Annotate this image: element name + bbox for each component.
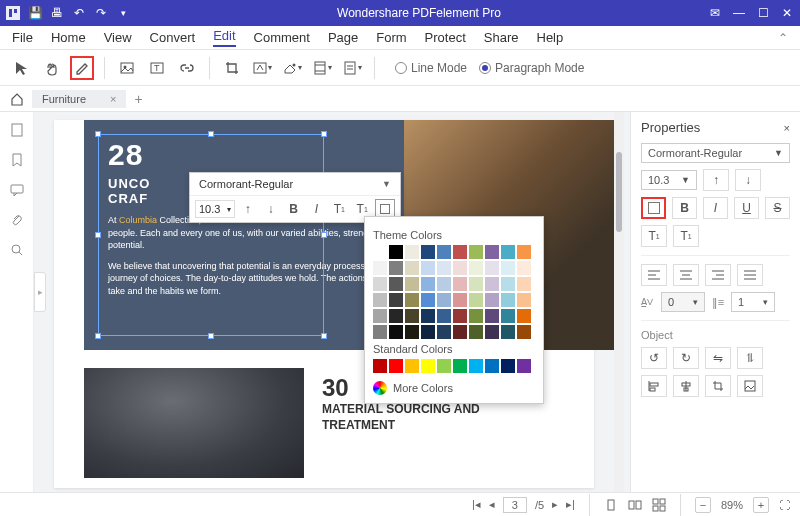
print-icon[interactable]: 🖶 (50, 6, 64, 20)
zoom-out-icon[interactable]: − (695, 497, 711, 513)
background-icon[interactable]: ▾ (280, 56, 304, 80)
expand-sidebar-handle[interactable]: ▸ (34, 272, 46, 312)
obj-crop-icon[interactable] (705, 375, 731, 397)
zoom-in-icon[interactable]: + (753, 497, 769, 513)
canvas-vertical-scrollbar[interactable] (614, 112, 624, 492)
rotate-left-icon[interactable]: ↺ (641, 347, 667, 369)
color-swatch[interactable] (389, 309, 403, 323)
flip-vertical-icon[interactable]: ⥮ (737, 347, 763, 369)
color-swatch[interactable] (501, 261, 515, 275)
menu-share[interactable]: Share (484, 30, 519, 45)
color-swatch[interactable] (389, 261, 403, 275)
color-swatch[interactable] (421, 359, 435, 373)
link-icon[interactable] (175, 56, 199, 80)
menu-edit[interactable]: Edit (213, 28, 235, 47)
thumbnails-icon[interactable] (9, 122, 25, 138)
bold-icon[interactable]: B (284, 199, 304, 219)
align-center-icon[interactable] (673, 264, 699, 286)
color-swatch[interactable] (437, 245, 451, 259)
tab-close-icon[interactable]: × (110, 93, 116, 105)
current-page-input[interactable]: 3 (503, 497, 527, 513)
prop-superscript-icon[interactable]: T1 (641, 225, 667, 247)
minimize-icon[interactable]: ― (732, 6, 746, 20)
color-swatch[interactable] (485, 277, 499, 291)
color-swatch[interactable] (453, 277, 467, 291)
color-swatch[interactable] (405, 261, 419, 275)
flip-horizontal-icon[interactable]: ⇋ (705, 347, 731, 369)
color-swatch[interactable] (405, 277, 419, 291)
view-two-page-icon[interactable] (628, 498, 642, 512)
color-swatch[interactable] (501, 293, 515, 307)
color-swatch[interactable] (437, 277, 451, 291)
color-swatch[interactable] (437, 261, 451, 275)
italic-icon[interactable]: I (306, 199, 326, 219)
add-image-icon[interactable] (115, 56, 139, 80)
undo-icon[interactable]: ↶ (72, 6, 86, 20)
color-swatch[interactable] (453, 293, 467, 307)
prop-font-family-select[interactable]: Cormorant-Regular▼ (641, 143, 790, 163)
obj-align-left-icon[interactable] (641, 375, 667, 397)
color-swatch[interactable] (421, 261, 435, 275)
color-swatch[interactable] (501, 277, 515, 291)
color-swatch[interactable] (405, 309, 419, 323)
color-swatch[interactable] (453, 245, 467, 259)
color-swatch[interactable] (389, 245, 403, 259)
superscript-icon[interactable]: T1 (329, 199, 349, 219)
add-text-icon[interactable]: T (145, 56, 169, 80)
menu-help[interactable]: Help (537, 30, 564, 45)
rotate-right-icon[interactable]: ↻ (673, 347, 699, 369)
color-swatch[interactable] (517, 293, 531, 307)
properties-close-icon[interactable]: × (784, 122, 790, 134)
color-swatch[interactable] (437, 359, 451, 373)
fullscreen-icon[interactable]: ⛶ (779, 499, 790, 511)
color-swatch[interactable] (485, 293, 499, 307)
search-panel-icon[interactable] (9, 242, 25, 258)
color-swatch[interactable] (373, 325, 387, 339)
align-justify-icon[interactable] (737, 264, 763, 286)
color-swatch[interactable] (421, 277, 435, 291)
color-swatch[interactable] (485, 261, 499, 275)
color-swatch[interactable] (469, 325, 483, 339)
color-swatch[interactable] (437, 293, 451, 307)
menu-file[interactable]: File (12, 30, 33, 45)
color-swatch[interactable] (437, 309, 451, 323)
view-single-icon[interactable] (604, 498, 618, 512)
obj-replace-image-icon[interactable] (737, 375, 763, 397)
attachments-icon[interactable] (9, 212, 25, 228)
prop-underline-icon[interactable]: U (734, 197, 759, 219)
color-swatch[interactable] (453, 261, 467, 275)
menu-comment[interactable]: Comment (254, 30, 310, 45)
color-swatch[interactable] (501, 245, 515, 259)
color-swatch[interactable] (485, 245, 499, 259)
line-spacing-input[interactable]: 1▾ (731, 292, 775, 312)
align-right-icon[interactable] (705, 264, 731, 286)
increase-font-icon[interactable]: ↑ (238, 199, 258, 219)
color-swatch[interactable] (405, 359, 419, 373)
prop-decrease-font-icon[interactable]: ↓ (735, 169, 761, 191)
prop-font-size-select[interactable]: 10.3▼ (641, 170, 697, 190)
prop-increase-font-icon[interactable]: ↑ (703, 169, 729, 191)
color-swatch[interactable] (421, 309, 435, 323)
color-swatch[interactable] (373, 261, 387, 275)
select-tool-icon[interactable] (10, 56, 34, 80)
color-swatch[interactable] (469, 359, 483, 373)
comments-icon[interactable] (9, 182, 25, 198)
close-icon[interactable]: ✕ (780, 6, 794, 20)
color-swatch[interactable] (453, 359, 467, 373)
color-swatch[interactable] (485, 309, 499, 323)
canvas-area[interactable]: ▸ 28 UNCO CRAF At Columbia Collective, w… (34, 112, 630, 492)
color-swatch[interactable] (389, 359, 403, 373)
color-swatch[interactable] (469, 277, 483, 291)
color-swatch[interactable] (421, 325, 435, 339)
hand-tool-icon[interactable] (40, 56, 64, 80)
titlebar-more-icon[interactable]: ▾ (116, 6, 130, 20)
color-swatch[interactable] (421, 293, 435, 307)
bates-icon[interactable]: ▾ (340, 56, 364, 80)
home-tab-icon[interactable] (10, 92, 24, 106)
color-swatch[interactable] (517, 325, 531, 339)
prop-bold-icon[interactable]: B (672, 197, 697, 219)
prop-italic-icon[interactable]: I (703, 197, 728, 219)
color-swatch[interactable] (405, 245, 419, 259)
color-swatch[interactable] (453, 309, 467, 323)
watermark-icon[interactable]: ▾ (250, 56, 274, 80)
